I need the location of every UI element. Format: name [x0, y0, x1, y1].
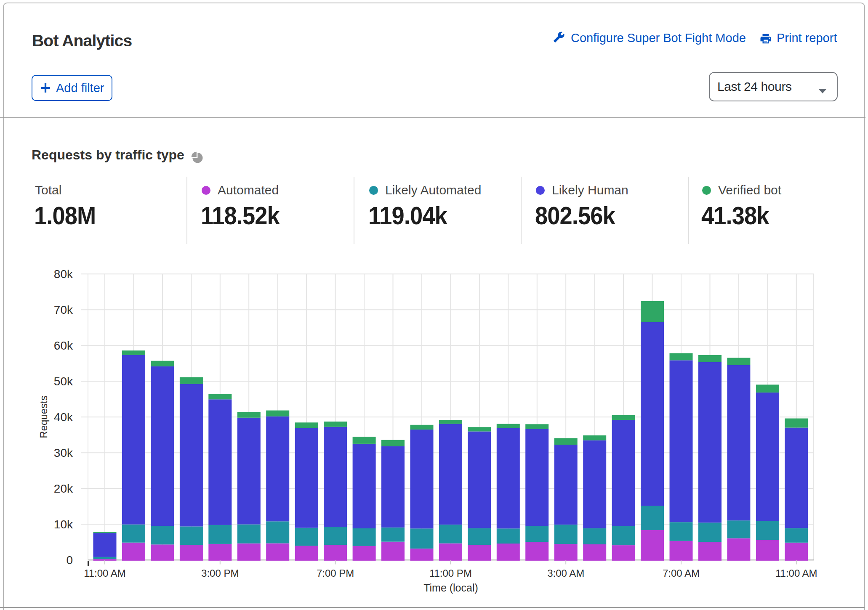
svg-text:3:00 AM: 3:00 AM	[547, 568, 584, 579]
svg-text:50k: 50k	[54, 375, 73, 388]
svg-text:70k: 70k	[54, 303, 73, 316]
svg-text:40k: 40k	[54, 411, 73, 424]
svg-text:3:00 PM: 3:00 PM	[201, 568, 239, 579]
svg-text:10k: 10k	[54, 518, 73, 531]
svg-text:30k: 30k	[54, 446, 73, 459]
svg-text:11:00 AM: 11:00 AM	[84, 568, 126, 579]
svg-text:7:00 AM: 7:00 AM	[663, 568, 700, 579]
svg-text:0: 0	[66, 554, 73, 567]
svg-text:7:00 PM: 7:00 PM	[317, 568, 354, 579]
svg-text:80k: 80k	[54, 268, 73, 281]
svg-text:Time (local): Time (local)	[423, 582, 478, 594]
svg-text:Requests: Requests	[38, 395, 49, 438]
svg-text:11:00 AM: 11:00 AM	[775, 568, 817, 579]
svg-text:60k: 60k	[54, 339, 73, 352]
svg-text:11:00 PM: 11:00 PM	[429, 568, 472, 579]
svg-text:20k: 20k	[54, 482, 73, 495]
